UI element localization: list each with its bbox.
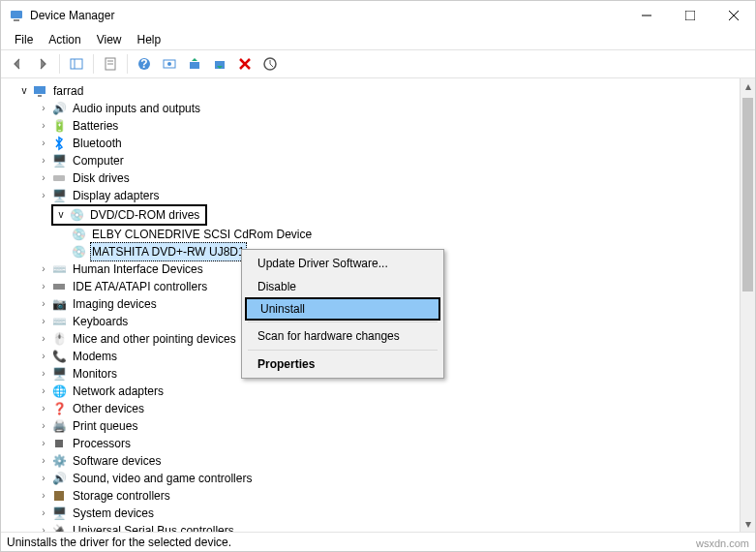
tree-item-computer[interactable]: ›🖥️Computer xyxy=(36,152,755,169)
scroll-down-arrow[interactable]: ▾ xyxy=(741,516,755,532)
expand-icon[interactable]: › xyxy=(36,278,51,295)
ctx-uninstall[interactable]: Uninstall xyxy=(245,297,440,321)
maximize-button[interactable] xyxy=(668,2,711,29)
usb-icon: 🔌 xyxy=(51,523,67,532)
expand-icon[interactable]: › xyxy=(36,187,51,204)
forward-button[interactable] xyxy=(32,53,53,75)
ide-icon xyxy=(51,279,67,294)
tree-item-print[interactable]: ›🖨️Print queues xyxy=(36,417,755,435)
disc-icon: 💿 xyxy=(69,207,84,223)
disc-icon: 💿 xyxy=(71,244,86,260)
tree-item-dvd[interactable]: v💿DVD/CD-ROM drives xyxy=(53,206,201,224)
expand-icon[interactable]: › xyxy=(36,261,51,278)
expand-icon[interactable]: › xyxy=(36,522,51,532)
expand-icon[interactable]: › xyxy=(36,100,51,117)
tree-item-display[interactable]: ›🖥️Display adapters xyxy=(36,187,755,204)
ctx-disable[interactable]: Disable xyxy=(244,275,441,298)
expand-icon[interactable]: › xyxy=(36,487,51,505)
svg-rect-22 xyxy=(53,175,65,181)
tree-root[interactable]: v farrad xyxy=(16,82,755,100)
tree-item-usb[interactable]: ›🔌Universal Serial Bus controllers xyxy=(36,522,755,532)
svg-rect-20 xyxy=(34,86,45,94)
uninstall-button[interactable] xyxy=(234,53,256,75)
expand-icon[interactable]: › xyxy=(36,400,51,417)
tree-item-other[interactable]: ›❓Other devices xyxy=(36,400,755,417)
cpu-icon xyxy=(51,436,67,451)
ctx-scan[interactable]: Scan for hardware changes xyxy=(244,324,441,348)
computer-icon: 🖥️ xyxy=(51,153,67,169)
expand-icon[interactable]: v xyxy=(53,206,69,224)
expand-icon[interactable]: › xyxy=(36,169,51,187)
expand-icon[interactable]: › xyxy=(36,383,51,400)
tree-item-sound[interactable]: ›🔊Sound, video and game controllers xyxy=(36,470,755,487)
expand-icon[interactable]: › xyxy=(36,117,51,135)
properties-button[interactable] xyxy=(100,53,121,75)
disc-icon: 💿 xyxy=(71,227,86,242)
sound-icon: 🔊 xyxy=(51,471,67,486)
camera-icon: 📷 xyxy=(51,296,67,312)
expand-icon[interactable]: v xyxy=(16,82,32,100)
menu-action[interactable]: Action xyxy=(41,31,88,48)
app-icon xyxy=(9,8,24,23)
scroll-up-arrow[interactable]: ▴ xyxy=(741,78,755,94)
software-icon: ⚙️ xyxy=(51,453,67,469)
ctx-update-driver[interactable]: Update Driver Software... xyxy=(244,252,441,275)
display-icon: 🖥️ xyxy=(51,188,67,203)
window-title: Device Manager xyxy=(30,9,624,22)
ctx-properties[interactable]: Properties xyxy=(244,353,441,376)
tree-item-software[interactable]: ›⚙️Software devices xyxy=(36,452,755,470)
menubar: File Action View Help xyxy=(1,30,755,49)
menu-file[interactable]: File xyxy=(7,31,41,48)
disable-button[interactable] xyxy=(259,53,281,75)
tree-item-network[interactable]: ›🌐Network adapters xyxy=(36,383,755,400)
expand-icon[interactable]: › xyxy=(36,452,51,470)
tree-item-dvd-elby[interactable]: ›💿ELBY CLONEDRIVE SCSI CdRom Device xyxy=(55,226,755,243)
expand-icon[interactable]: › xyxy=(36,365,51,383)
menu-view[interactable]: View xyxy=(89,31,130,48)
scan-button[interactable] xyxy=(159,53,180,75)
expand-icon[interactable]: › xyxy=(36,135,51,152)
network-icon: 🌐 xyxy=(51,383,67,399)
expand-icon[interactable]: › xyxy=(36,295,51,313)
tree-item-disk[interactable]: ›Disk drives xyxy=(36,169,755,187)
status-text: Uninstalls the driver for the selected d… xyxy=(7,536,231,549)
expand-icon[interactable]: › xyxy=(36,435,51,452)
monitor-icon: 🖥️ xyxy=(51,366,67,382)
expand-icon[interactable]: › xyxy=(36,505,51,522)
battery-icon: 🔋 xyxy=(51,118,67,134)
tree-item-system[interactable]: ›🖥️System devices xyxy=(36,505,755,522)
svg-rect-21 xyxy=(38,95,42,97)
svg-rect-0 xyxy=(11,11,22,18)
scroll-thumb[interactable] xyxy=(742,98,753,291)
back-button[interactable] xyxy=(7,53,28,75)
expand-icon[interactable]: › xyxy=(36,152,51,169)
install-legacy-button[interactable] xyxy=(209,53,230,75)
context-menu: Update Driver Software... Disable Uninst… xyxy=(241,249,444,379)
svg-rect-15 xyxy=(190,62,199,69)
update-driver-button[interactable] xyxy=(184,53,205,75)
svg-rect-25 xyxy=(54,491,64,501)
modem-icon: 📞 xyxy=(51,349,67,364)
tree-item-processors[interactable]: ›Processors xyxy=(36,435,755,452)
help-button[interactable]: ? xyxy=(134,53,155,75)
svg-rect-24 xyxy=(55,440,63,447)
show-hide-tree-button[interactable] xyxy=(66,53,87,75)
status-bar: Uninstalls the driver for the selected d… xyxy=(1,532,755,551)
vertical-scrollbar[interactable]: ▴ ▾ xyxy=(740,78,755,532)
close-button[interactable] xyxy=(711,2,755,29)
tree-item-storage[interactable]: ›Storage controllers xyxy=(36,487,755,505)
tree-item-audio[interactable]: ›🔊Audio inputs and outputs xyxy=(36,100,755,117)
expand-icon[interactable]: › xyxy=(36,348,51,365)
audio-icon: 🔊 xyxy=(51,101,67,116)
tree-item-batteries[interactable]: ›🔋Batteries xyxy=(36,117,755,135)
system-icon: 🖥️ xyxy=(51,506,67,521)
hid-icon: ⌨️ xyxy=(51,261,67,277)
expand-icon[interactable]: › xyxy=(36,470,51,487)
expand-icon[interactable]: › xyxy=(36,417,51,435)
expand-icon[interactable]: › xyxy=(36,330,51,348)
tree-item-bluetooth[interactable]: ›Bluetooth xyxy=(36,135,755,152)
svg-text:?: ? xyxy=(140,57,147,71)
minimize-button[interactable] xyxy=(624,2,668,29)
menu-help[interactable]: Help xyxy=(130,31,169,48)
expand-icon[interactable]: › xyxy=(36,313,51,330)
